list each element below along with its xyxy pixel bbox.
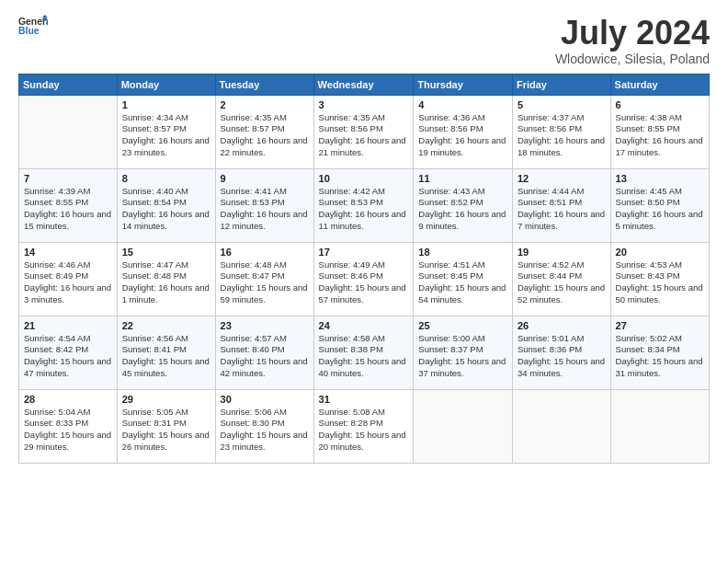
day-info: Sunrise: 4:42 AM Sunset: 8:53 PM Dayligh…	[319, 186, 409, 233]
day-cell-1-5: 12Sunrise: 4:44 AM Sunset: 8:51 PM Dayli…	[512, 168, 610, 242]
day-number: 14	[24, 247, 112, 258]
day-info: Sunrise: 4:54 AM Sunset: 8:42 PM Dayligh…	[24, 333, 112, 380]
day-cell-3-6: 27Sunrise: 5:02 AM Sunset: 8:34 PM Dayli…	[610, 316, 709, 389]
day-number: 18	[418, 247, 507, 258]
svg-text:Blue: Blue	[18, 26, 40, 36]
day-info: Sunrise: 4:57 AM Sunset: 8:40 PM Dayligh…	[221, 333, 309, 380]
day-info: Sunrise: 5:05 AM Sunset: 8:31 PM Dayligh…	[122, 407, 210, 454]
day-number: 22	[122, 320, 210, 331]
day-cell-2-6: 20Sunrise: 4:53 AM Sunset: 8:43 PM Dayli…	[610, 242, 709, 316]
day-cell-1-0: 7Sunrise: 4:39 AM Sunset: 8:55 PM Daylig…	[19, 168, 118, 242]
day-info: Sunrise: 4:35 AM Sunset: 8:56 PM Dayligh…	[319, 112, 409, 159]
day-number: 2	[221, 99, 309, 110]
day-info: Sunrise: 4:37 AM Sunset: 8:56 PM Dayligh…	[518, 112, 606, 159]
day-cell-0-5: 5Sunrise: 4:37 AM Sunset: 8:56 PM Daylig…	[512, 95, 610, 168]
day-cell-1-4: 11Sunrise: 4:43 AM Sunset: 8:52 PM Dayli…	[414, 168, 513, 242]
day-number: 26	[518, 320, 606, 331]
day-cell-2-0: 14Sunrise: 4:46 AM Sunset: 8:49 PM Dayli…	[19, 242, 118, 316]
day-info: Sunrise: 4:51 AM Sunset: 8:45 PM Dayligh…	[418, 259, 507, 306]
day-info: Sunrise: 4:45 AM Sunset: 8:50 PM Dayligh…	[616, 186, 704, 233]
day-info: Sunrise: 5:01 AM Sunset: 8:36 PM Dayligh…	[518, 333, 606, 380]
day-info: Sunrise: 4:43 AM Sunset: 8:52 PM Dayligh…	[418, 186, 507, 233]
day-info: Sunrise: 4:39 AM Sunset: 8:55 PM Dayligh…	[24, 186, 112, 233]
day-info: Sunrise: 5:06 AM Sunset: 8:30 PM Dayligh…	[221, 407, 309, 454]
week-row-3: 14Sunrise: 4:46 AM Sunset: 8:49 PM Dayli…	[19, 242, 710, 316]
header-sunday: Sunday	[19, 74, 118, 95]
day-cell-3-4: 25Sunrise: 5:00 AM Sunset: 8:37 PM Dayli…	[414, 316, 513, 389]
day-info: Sunrise: 4:44 AM Sunset: 8:51 PM Dayligh…	[518, 186, 606, 233]
week-row-4: 21Sunrise: 4:54 AM Sunset: 8:42 PM Dayli…	[19, 316, 710, 389]
header-tuesday: Tuesday	[215, 74, 313, 95]
header-thursday: Thursday	[414, 74, 513, 95]
day-cell-0-1: 1Sunrise: 4:34 AM Sunset: 8:57 PM Daylig…	[117, 95, 215, 168]
day-info: Sunrise: 4:38 AM Sunset: 8:55 PM Dayligh…	[616, 112, 704, 159]
day-info: Sunrise: 5:00 AM Sunset: 8:37 PM Dayligh…	[418, 333, 507, 380]
day-info: Sunrise: 4:53 AM Sunset: 8:43 PM Dayligh…	[616, 259, 704, 306]
day-cell-4-2: 30Sunrise: 5:06 AM Sunset: 8:30 PM Dayli…	[215, 389, 313, 463]
day-cell-3-5: 26Sunrise: 5:01 AM Sunset: 8:36 PM Dayli…	[512, 316, 610, 389]
day-number: 25	[418, 320, 507, 331]
day-number: 15	[122, 247, 210, 258]
day-number: 24	[319, 320, 409, 331]
day-cell-4-4	[414, 389, 513, 463]
day-number: 7	[24, 173, 112, 184]
week-row-5: 28Sunrise: 5:04 AM Sunset: 8:33 PM Dayli…	[19, 389, 710, 463]
day-cell-2-5: 19Sunrise: 4:52 AM Sunset: 8:44 PM Dayli…	[512, 242, 610, 316]
day-cell-1-2: 9Sunrise: 4:41 AM Sunset: 8:53 PM Daylig…	[215, 168, 313, 242]
day-cell-4-0: 28Sunrise: 5:04 AM Sunset: 8:33 PM Dayli…	[19, 389, 118, 463]
day-cell-3-2: 23Sunrise: 4:57 AM Sunset: 8:40 PM Dayli…	[215, 316, 313, 389]
day-cell-4-5	[512, 389, 610, 463]
day-number: 8	[122, 173, 210, 184]
day-cell-3-3: 24Sunrise: 4:58 AM Sunset: 8:38 PM Dayli…	[313, 316, 414, 389]
day-info: Sunrise: 4:52 AM Sunset: 8:44 PM Dayligh…	[518, 259, 606, 306]
day-cell-2-1: 15Sunrise: 4:47 AM Sunset: 8:48 PM Dayli…	[117, 242, 215, 316]
day-info: Sunrise: 4:47 AM Sunset: 8:48 PM Dayligh…	[122, 259, 210, 306]
day-cell-2-4: 18Sunrise: 4:51 AM Sunset: 8:45 PM Dayli…	[414, 242, 513, 316]
day-number: 11	[418, 173, 507, 184]
day-number: 21	[24, 320, 112, 331]
day-number: 29	[122, 394, 210, 405]
day-cell-0-6: 6Sunrise: 4:38 AM Sunset: 8:55 PM Daylig…	[610, 95, 709, 168]
header-monday: Monday	[117, 74, 215, 95]
day-cell-1-3: 10Sunrise: 4:42 AM Sunset: 8:53 PM Dayli…	[313, 168, 414, 242]
header-wednesday: Wednesday	[313, 74, 414, 95]
day-cell-1-1: 8Sunrise: 4:40 AM Sunset: 8:54 PM Daylig…	[117, 168, 215, 242]
day-cell-4-1: 29Sunrise: 5:05 AM Sunset: 8:31 PM Dayli…	[117, 389, 215, 463]
day-number: 13	[616, 173, 704, 184]
day-info: Sunrise: 4:41 AM Sunset: 8:53 PM Dayligh…	[221, 186, 309, 233]
day-number: 3	[319, 99, 409, 110]
week-row-1: 1Sunrise: 4:34 AM Sunset: 8:57 PM Daylig…	[19, 95, 710, 168]
day-info: Sunrise: 4:34 AM Sunset: 8:57 PM Dayligh…	[122, 112, 210, 159]
day-info: Sunrise: 4:56 AM Sunset: 8:41 PM Dayligh…	[122, 333, 210, 380]
title-block: July 2024 Wlodowice, Silesia, Poland	[555, 15, 710, 66]
day-number: 6	[616, 99, 704, 110]
weekday-header-row: Sunday Monday Tuesday Wednesday Thursday…	[19, 74, 710, 95]
day-cell-3-0: 21Sunrise: 4:54 AM Sunset: 8:42 PM Dayli…	[19, 316, 118, 389]
day-number: 28	[24, 394, 112, 405]
day-number: 16	[221, 247, 309, 258]
day-number: 27	[616, 320, 704, 331]
day-number: 5	[518, 99, 606, 110]
day-info: Sunrise: 5:08 AM Sunset: 8:28 PM Dayligh…	[319, 407, 409, 454]
day-info: Sunrise: 4:46 AM Sunset: 8:49 PM Dayligh…	[24, 259, 112, 306]
day-number: 4	[418, 99, 507, 110]
calendar-table: Sunday Monday Tuesday Wednesday Thursday…	[18, 74, 710, 464]
week-row-2: 7Sunrise: 4:39 AM Sunset: 8:55 PM Daylig…	[19, 168, 710, 242]
logo: General Blue	[18, 15, 48, 40]
day-number: 20	[616, 247, 704, 258]
day-cell-2-2: 16Sunrise: 4:48 AM Sunset: 8:47 PM Dayli…	[215, 242, 313, 316]
day-cell-2-3: 17Sunrise: 4:49 AM Sunset: 8:46 PM Dayli…	[313, 242, 414, 316]
day-cell-0-0	[19, 95, 118, 168]
day-number: 12	[518, 173, 606, 184]
day-cell-0-2: 2Sunrise: 4:35 AM Sunset: 8:57 PM Daylig…	[215, 95, 313, 168]
day-info: Sunrise: 4:49 AM Sunset: 8:46 PM Dayligh…	[319, 259, 409, 306]
day-cell-1-6: 13Sunrise: 4:45 AM Sunset: 8:50 PM Dayli…	[610, 168, 709, 242]
day-cell-0-4: 4Sunrise: 4:36 AM Sunset: 8:56 PM Daylig…	[414, 95, 513, 168]
day-cell-4-6	[610, 389, 709, 463]
day-number: 23	[221, 320, 309, 331]
day-info: Sunrise: 4:58 AM Sunset: 8:38 PM Dayligh…	[319, 333, 409, 380]
day-number: 17	[319, 247, 409, 258]
day-info: Sunrise: 4:35 AM Sunset: 8:57 PM Dayligh…	[221, 112, 309, 159]
logo-icon: General Blue	[18, 15, 48, 40]
day-cell-3-1: 22Sunrise: 4:56 AM Sunset: 8:41 PM Dayli…	[117, 316, 215, 389]
